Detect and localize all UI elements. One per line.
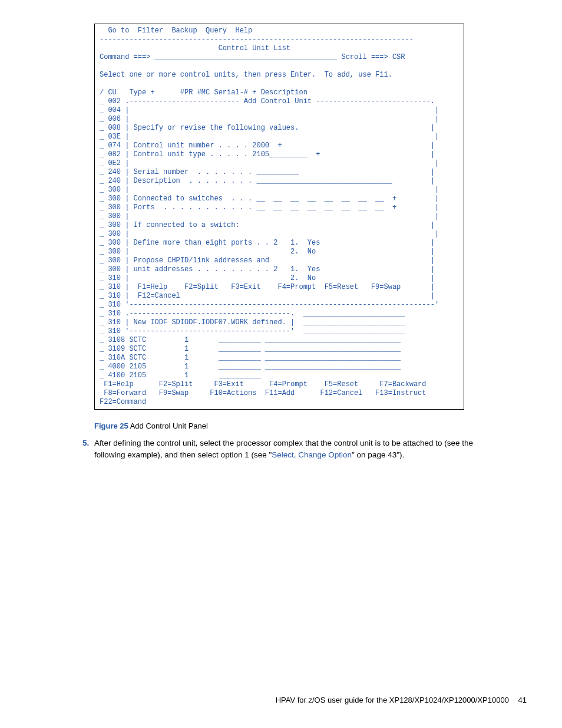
figure-label: Figure 25 bbox=[94, 421, 128, 430]
footer-page-number: 41 bbox=[518, 696, 527, 704]
step-text: After defining the control unit, select … bbox=[94, 437, 491, 462]
step-item: 5. After defining the control unit, sele… bbox=[82, 437, 491, 462]
figure-title: Add Control Unit Panel bbox=[130, 421, 208, 430]
step-number: 5. bbox=[82, 437, 94, 449]
terminal-text: Go to Filter Backup Query Help ---------… bbox=[100, 27, 439, 406]
page-footer: HPAV for z/OS user guide for the XP128/X… bbox=[276, 696, 527, 704]
terminal-screenshot: Go to Filter Backup Query Help ---------… bbox=[94, 24, 464, 410]
cross-reference-link[interactable]: Select, Change Option bbox=[272, 450, 352, 459]
figure-caption: Figure 25 Add Control Unit Panel bbox=[94, 421, 527, 430]
step-text-after: " on page 43"). bbox=[352, 450, 404, 459]
footer-doc-title: HPAV for z/OS user guide for the XP128/X… bbox=[276, 696, 509, 704]
